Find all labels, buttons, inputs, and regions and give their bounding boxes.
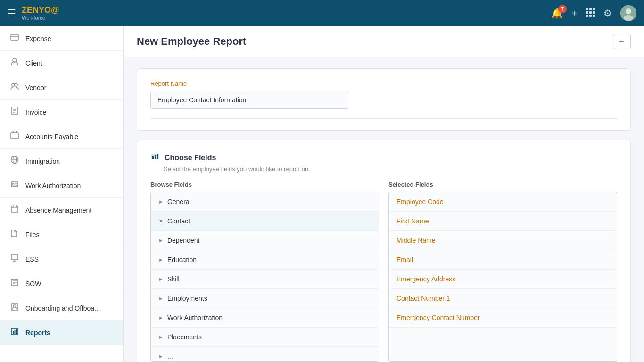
sidebar-item-label: Accounts Payable (25, 133, 78, 140)
sidebar-item-absence-management[interactable]: Absence Management (0, 198, 123, 222)
svg-rect-5 (593, 11, 595, 14)
browse-item-placements[interactable]: ► Placements (151, 328, 379, 347)
sidebar-item-accounts-payable[interactable]: Accounts Payable (0, 124, 123, 149)
reports-icon (9, 327, 20, 338)
svg-rect-2 (593, 8, 595, 10)
files-icon (9, 229, 20, 240)
sidebar-item-label: SOW (25, 280, 41, 288)
svg-rect-45 (16, 329, 17, 334)
sidebar-item-expense[interactable]: Expense (0, 26, 123, 51)
svg-rect-29 (11, 206, 18, 212)
sidebar-item-client[interactable]: Client (0, 51, 123, 75)
svg-rect-8 (593, 15, 595, 17)
browse-item-label: Work Authorization (167, 314, 223, 321)
sidebar-item-invoice[interactable]: Invoice (0, 100, 123, 124)
svg-rect-12 (11, 34, 18, 40)
browse-item-label: General (167, 198, 191, 206)
sidebar-item-work-authorization[interactable]: Work Authorization (0, 173, 123, 198)
logo-area: ZENYO@ Workforce (22, 6, 59, 21)
browse-item-education[interactable]: ► Education (151, 250, 379, 270)
sidebar-item-immigration[interactable]: Immigration (0, 149, 123, 173)
add-icon[interactable]: + (571, 8, 577, 19)
sidebar: Expense Client Vendor Invoice Accounts P… (0, 26, 124, 362)
invoice-icon (9, 107, 20, 117)
report-name-input[interactable] (150, 91, 348, 109)
selected-fields-col: Selected Fields Employee Code First Name… (388, 181, 617, 362)
sidebar-item-ess[interactable]: ESS (0, 247, 123, 272)
browse-item-employments[interactable]: ► Employments (151, 289, 379, 308)
browse-item-label: Employments (167, 295, 207, 302)
selected-item-middle-name[interactable]: Middle Name (389, 231, 617, 250)
sidebar-item-label: Client (25, 59, 42, 67)
svg-rect-44 (15, 330, 16, 334)
page-body: Report Name Choose Fields Select the emp… (124, 57, 644, 362)
selected-item-employee-code[interactable]: Employee Code (389, 192, 617, 212)
sidebar-item-label: Expense (25, 35, 51, 42)
content-area: New Employee Report ← Report Name Choose… (124, 26, 644, 362)
sidebar-item-label: Onboarding and Offboa... (25, 304, 100, 312)
immigration-icon (9, 156, 20, 166)
selected-item-first-name[interactable]: First Name (389, 212, 617, 231)
sidebar-item-label: Immigration (25, 157, 60, 165)
selected-item-email[interactable]: Email (389, 250, 617, 270)
notification-icon[interactable]: 🔔 7 (551, 8, 563, 19)
logo-subtitle: Workforce (22, 15, 59, 21)
browse-item-label: ... (167, 353, 173, 360)
work-auth-icon (9, 180, 20, 191)
svg-point-10 (626, 8, 631, 14)
browse-fields-col: Browse Fields ► General ▼ Contact (150, 181, 379, 362)
browse-item-contact[interactable]: ▼ Contact (151, 212, 379, 231)
back-button[interactable]: ← (613, 34, 631, 49)
chevron-skill-icon: ► (158, 276, 164, 282)
sidebar-item-onboarding[interactable]: Onboarding and Offboa... (0, 296, 123, 321)
fields-row: Browse Fields ► General ▼ Contact (150, 181, 617, 362)
svg-point-26 (12, 183, 14, 185)
svg-point-11 (624, 15, 633, 21)
sidebar-item-files[interactable]: Files (0, 222, 123, 247)
sidebar-item-label: Reports (25, 329, 50, 337)
selected-fields-box[interactable]: Employee Code First Name Middle Name Ema… (388, 192, 617, 362)
browse-item-dependent[interactable]: ► Dependent (151, 231, 379, 250)
choose-fields-title: Choose Fields (165, 154, 216, 162)
svg-rect-3 (586, 11, 588, 14)
user-avatar[interactable] (620, 5, 636, 21)
selected-fields-label: Selected Fields (388, 181, 617, 188)
sidebar-item-vendor[interactable]: Vendor (0, 75, 123, 100)
svg-rect-33 (11, 255, 18, 260)
sidebar-item-reports[interactable]: Reports (0, 321, 123, 345)
browse-item-work-authorization[interactable]: ► Work Authorization (151, 308, 379, 328)
report-name-label: Report Name (150, 80, 617, 87)
sidebar-item-sow[interactable]: SOW (0, 272, 123, 296)
svg-rect-49 (157, 154, 158, 159)
chevron-general-icon: ► (158, 199, 164, 205)
chevron-more-icon: ► (158, 354, 164, 359)
chevron-education-icon: ► (158, 257, 164, 263)
browse-item-label: Contact (167, 217, 190, 225)
notification-badge: 7 (558, 5, 567, 13)
browse-item-skill[interactable]: ► Skill (151, 270, 379, 289)
client-icon (9, 58, 20, 68)
selected-item-emergency-contact-number[interactable]: Emergency Contact Number (389, 308, 617, 328)
svg-point-15 (12, 83, 15, 86)
svg-rect-43 (13, 331, 14, 334)
selected-item-emergency-address[interactable]: Emergency Address (389, 270, 617, 289)
svg-rect-48 (155, 155, 156, 159)
svg-rect-4 (589, 11, 592, 14)
sidebar-item-label: Absence Management (25, 206, 91, 214)
browse-fields-box[interactable]: ► General ▼ Contact ► Dependent (150, 192, 379, 362)
topbar-left: ☰ ZENYO@ Workforce (8, 6, 59, 21)
browse-item-label: Placements (167, 333, 202, 341)
main-area: Expense Client Vendor Invoice Accounts P… (0, 26, 644, 362)
ess-icon (9, 254, 20, 264)
browse-item-general[interactable]: ► General (151, 192, 379, 212)
browse-item-more[interactable]: ► ... (151, 347, 379, 362)
choose-fields-section: Choose Fields Select the employee fields… (137, 140, 631, 362)
settings-icon[interactable]: ⚙ (603, 8, 612, 19)
hamburger-icon[interactable]: ☰ (8, 8, 16, 19)
report-name-section: Report Name (137, 68, 631, 131)
logo-brand: ZENYO@ (22, 6, 59, 15)
svg-rect-7 (589, 15, 592, 17)
page-header: New Employee Report ← (124, 26, 644, 57)
grid-icon[interactable] (586, 8, 595, 19)
selected-item-contact-number-1[interactable]: Contact Number 1 (389, 289, 617, 308)
